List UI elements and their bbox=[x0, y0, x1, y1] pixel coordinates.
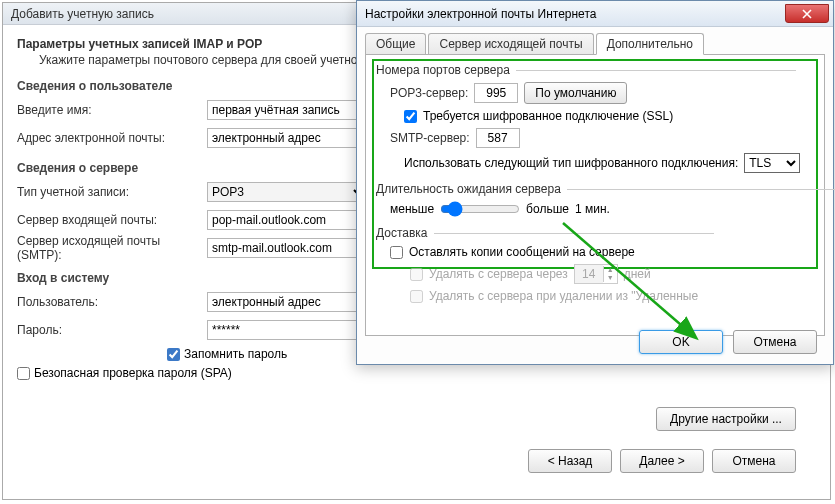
remove-deleted-label: Удалять с сервера при удалении из "Удале… bbox=[429, 289, 698, 303]
advanced-panel: Номера портов сервера POP3-сервер: По ум… bbox=[365, 54, 825, 336]
email-settings-dialog: Настройки электронной почты Интернета Об… bbox=[356, 0, 834, 365]
server-ports-legend: Номера портов сервера bbox=[376, 63, 510, 77]
email-label: Адрес электронной почты: bbox=[17, 131, 207, 145]
cancel-button[interactable]: Отмена bbox=[712, 449, 796, 473]
incoming-label: Сервер входящей почты: bbox=[17, 213, 207, 227]
name-input[interactable] bbox=[207, 100, 367, 120]
incoming-input[interactable] bbox=[207, 210, 367, 230]
ssl-label: Требуется шифрованное подключение (SSL) bbox=[423, 109, 673, 123]
default-ports-button[interactable]: По умолчанию bbox=[524, 82, 627, 104]
ok-button[interactable]: OK bbox=[639, 330, 723, 354]
close-button[interactable] bbox=[785, 4, 829, 23]
front-cancel-button[interactable]: Отмена bbox=[733, 330, 817, 354]
account-type-select[interactable]: POP3 bbox=[207, 182, 367, 202]
name-label: Введите имя: bbox=[17, 103, 207, 117]
tab-general[interactable]: Общие bbox=[365, 33, 426, 54]
smtp-port-input[interactable] bbox=[476, 128, 520, 148]
encryption-select[interactable]: TLS bbox=[744, 153, 800, 173]
remember-password-checkbox[interactable] bbox=[167, 348, 180, 361]
smtp-label: SMTP-сервер: bbox=[390, 131, 470, 145]
pop3-port-input[interactable] bbox=[474, 83, 518, 103]
timeout-slider[interactable] bbox=[440, 201, 520, 217]
remove-after-days-input bbox=[575, 265, 603, 283]
timeout-less-label: меньше bbox=[390, 202, 434, 216]
delivery-legend: Доставка bbox=[376, 226, 428, 240]
remove-after-days-spinner: ▲▼ bbox=[574, 264, 618, 284]
leave-copy-checkbox[interactable] bbox=[390, 246, 403, 259]
remove-after-checkbox bbox=[410, 268, 423, 281]
close-icon bbox=[802, 9, 812, 19]
password-input[interactable] bbox=[207, 320, 367, 340]
more-settings-button[interactable]: Другие настройки ... bbox=[656, 407, 796, 431]
outgoing-label: Сервер исходящей почты (SMTP): bbox=[17, 234, 207, 262]
account-type-label: Тип учетной записи: bbox=[17, 185, 207, 199]
leave-copy-label: Оставлять копии сообщений на сервере bbox=[409, 245, 635, 259]
days-label: дней bbox=[624, 267, 651, 281]
spinner-up-icon: ▲ bbox=[604, 266, 617, 274]
remove-deleted-checkbox bbox=[410, 290, 423, 303]
next-button[interactable]: Далее > bbox=[620, 449, 704, 473]
timeout-value: 1 мин. bbox=[575, 202, 610, 216]
remember-password-label: Запомнить пароль bbox=[184, 347, 287, 361]
spa-checkbox[interactable] bbox=[17, 367, 30, 380]
email-input[interactable] bbox=[207, 128, 367, 148]
timeout-more-label: больше bbox=[526, 202, 569, 216]
spa-label: Безопасная проверка пароля (SPA) bbox=[34, 366, 232, 380]
encryption-label: Использовать следующий тип шифрованного … bbox=[404, 156, 738, 170]
pop3-label: POP3-сервер: bbox=[390, 86, 468, 100]
username-input[interactable] bbox=[207, 292, 367, 312]
back-button[interactable]: < Назад bbox=[528, 449, 612, 473]
outgoing-input[interactable] bbox=[207, 238, 367, 258]
email-settings-title: Настройки электронной почты Интернета bbox=[365, 7, 596, 21]
password-label: Пароль: bbox=[17, 323, 207, 337]
tab-advanced[interactable]: Дополнительно bbox=[596, 33, 704, 55]
spinner-down-icon: ▼ bbox=[604, 274, 617, 282]
timeout-legend: Длительность ожидания сервера bbox=[376, 182, 561, 196]
ssl-checkbox[interactable] bbox=[404, 110, 417, 123]
remove-after-label: Удалять с сервера через bbox=[429, 267, 568, 281]
username-label: Пользователь: bbox=[17, 295, 207, 309]
tab-outgoing-server[interactable]: Сервер исходящей почты bbox=[428, 33, 593, 54]
